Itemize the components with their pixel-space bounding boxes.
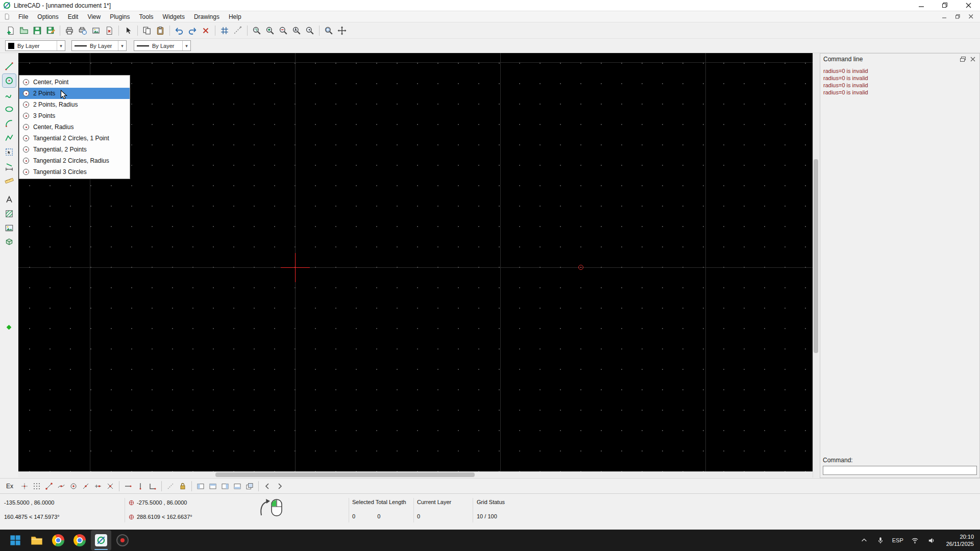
chrome-button[interactable]	[48, 530, 68, 550]
circle-tool[interactable]	[3, 74, 16, 87]
snap-on-entity-icon[interactable]	[55, 480, 67, 492]
recorder-app-button[interactable]	[112, 530, 133, 550]
draft-mode-icon[interactable]	[231, 24, 244, 37]
zoom-pan-icon[interactable]	[335, 24, 349, 37]
save-as-icon[interactable]	[44, 24, 57, 37]
snap-free-icon[interactable]	[18, 480, 31, 492]
tray-expand-button[interactable]	[860, 536, 869, 545]
menu-item[interactable]: Edit	[63, 11, 83, 22]
zoom-window-icon[interactable]	[322, 24, 335, 37]
menu-option[interactable]: Tangential 2 Circles, Radius	[19, 155, 130, 166]
librecad-taskbar-button[interactable]	[91, 530, 111, 550]
polyline-tool[interactable]	[3, 131, 16, 144]
menu-item[interactable]: View	[83, 11, 105, 22]
measure-tool[interactable]	[3, 174, 16, 187]
snap-endpoint-icon[interactable]	[43, 480, 55, 492]
menu-item[interactable]: Drawings	[189, 11, 224, 22]
snap-grid-icon[interactable]	[31, 480, 43, 492]
panel-close-button[interactable]	[969, 56, 976, 63]
microphone-tray-button[interactable]	[876, 536, 885, 545]
open-file-icon[interactable]	[17, 24, 31, 37]
spline-tool[interactable]	[3, 88, 16, 102]
mdi-minimize-button[interactable]	[940, 13, 948, 21]
copy-icon[interactable]	[140, 24, 154, 37]
zoom-redraw-icon[interactable]	[250, 24, 263, 37]
text-tool[interactable]	[3, 193, 16, 206]
lock-relative-zero-icon[interactable]	[177, 480, 189, 492]
start-button[interactable]	[5, 530, 26, 550]
selection-pointer-icon[interactable]	[121, 24, 135, 37]
snap-intersection-icon[interactable]	[104, 480, 116, 492]
zoom-previous-icon[interactable]	[303, 24, 316, 37]
next-toolbar-icon[interactable]	[274, 480, 286, 492]
menu-option[interactable]: 2 Points	[19, 88, 130, 99]
pen-color-select[interactable]: By Layer ▾	[5, 40, 65, 51]
restrict-horizontal-icon[interactable]	[122, 480, 134, 492]
select-tool[interactable]	[3, 145, 16, 159]
export-image-icon[interactable]	[89, 24, 103, 37]
menu-item[interactable]: Widgets	[158, 11, 189, 22]
close-button[interactable]	[957, 0, 980, 11]
image-tool[interactable]	[3, 221, 16, 235]
menu-item[interactable]: Plugins	[105, 11, 134, 22]
pen-linetype-select[interactable]: By Layer ▾	[134, 40, 191, 51]
zoom-in-icon[interactable]	[263, 24, 277, 37]
dock-float-icon[interactable]	[243, 480, 256, 492]
file-explorer-button[interactable]	[27, 530, 47, 550]
menu-option[interactable]: Tangential 3 Circles	[19, 166, 130, 178]
line-tool[interactable]	[3, 60, 16, 73]
arc-tool[interactable]	[3, 117, 16, 130]
block-tool[interactable]	[3, 236, 16, 249]
restore-button[interactable]	[933, 0, 957, 11]
menu-option[interactable]: 2 Points, Radius	[19, 99, 130, 110]
chrome-secondary-button[interactable]	[69, 530, 90, 550]
print-preview-icon[interactable]	[76, 24, 89, 37]
ellipse-tool[interactable]	[3, 103, 16, 116]
delete-selected-icon[interactable]	[199, 24, 212, 37]
dock-right-icon[interactable]	[219, 480, 231, 492]
menu-option[interactable]: 3 Points	[19, 110, 130, 121]
previous-toolbar-icon[interactable]	[261, 480, 274, 492]
menu-option[interactable]: Tangential 2 Circles, 1 Point	[19, 133, 130, 144]
pen-width-select[interactable]: By Layer ▾	[71, 40, 127, 51]
horizontal-scrollbar[interactable]	[18, 471, 813, 478]
restrict-orthogonal-icon[interactable]	[146, 480, 159, 492]
new-file-icon[interactable]	[4, 24, 17, 37]
network-tray-button[interactable]	[911, 536, 920, 545]
language-indicator[interactable]: ESP	[892, 537, 903, 543]
drawing-canvas[interactable]	[18, 53, 813, 471]
clock[interactable]: 20:10 26/11/2025	[946, 533, 974, 547]
restrict-nothing-icon[interactable]	[164, 480, 177, 492]
menu-item[interactable]: Help	[224, 11, 246, 22]
menu-option[interactable]: Center, Point	[19, 77, 130, 88]
command-input[interactable]	[823, 466, 977, 475]
redo-icon[interactable]	[186, 24, 199, 37]
menu-option[interactable]: Tangential, 2 Points	[19, 144, 130, 155]
mdi-restore-button[interactable]	[953, 13, 962, 21]
volume-tray-button[interactable]	[927, 536, 936, 545]
menu-item[interactable]: File	[14, 11, 33, 22]
vertical-scrollbar[interactable]	[813, 53, 819, 478]
hatch-tool[interactable]	[3, 207, 16, 220]
zoom-auto-icon[interactable]	[290, 24, 303, 37]
restrict-vertical-icon[interactable]	[134, 480, 146, 492]
menu-option[interactable]: Center, Radius	[19, 121, 130, 133]
zoom-out-icon[interactable]	[277, 24, 290, 37]
menu-item[interactable]: Tools	[135, 11, 158, 22]
menu-item[interactable]: Options	[33, 11, 63, 22]
horizontal-scrollbar-thumb[interactable]	[215, 472, 475, 477]
close-document-icon[interactable]	[103, 24, 116, 37]
print-icon[interactable]	[63, 24, 76, 37]
dock-bottom-icon[interactable]	[231, 480, 243, 492]
mdi-close-button[interactable]	[967, 13, 975, 21]
snap-distance-icon[interactable]	[92, 480, 104, 492]
undock-button[interactable]	[959, 56, 966, 63]
vertical-scrollbar-thumb[interactable]	[814, 159, 818, 353]
snap-center-icon[interactable]	[67, 480, 80, 492]
save-icon[interactable]	[31, 24, 44, 37]
undo-icon[interactable]	[173, 24, 186, 37]
paste-icon[interactable]	[154, 24, 167, 37]
minimize-button[interactable]	[910, 0, 933, 11]
grid-toggle-icon[interactable]	[218, 24, 231, 37]
dock-top-icon[interactable]	[207, 480, 219, 492]
